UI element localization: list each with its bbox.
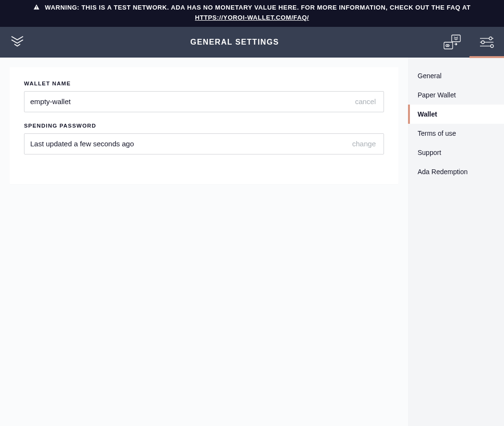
sidebar-item-label: Wallet	[418, 110, 437, 118]
sidebar-item-general[interactable]: General	[408, 66, 504, 85]
sidebar-item-wallet[interactable]: Wallet	[408, 105, 504, 124]
wallet-name-input-wrap: cancel	[24, 91, 384, 112]
wallets-nav-button[interactable]	[435, 27, 469, 58]
logo-icon	[10, 34, 24, 50]
sidebar-item-label: General	[418, 72, 442, 80]
spending-password-label: SPENDING PASSWORD	[24, 123, 384, 129]
sidebar-item-ada-redemption[interactable]: Ada Redemption	[408, 162, 504, 181]
sidebar: General Paper Wallet Wallet Terms of use…	[408, 58, 504, 426]
warning-banner: WARNING: THIS IS A TEST NETWORK. ADA HAS…	[0, 0, 504, 27]
spending-password-field: SPENDING PASSWORD Last updated a few sec…	[24, 123, 384, 154]
spending-password-status: Last updated a few seconds ago	[30, 140, 352, 148]
page-title: GENERAL SETTINGS	[191, 38, 279, 47]
warning-link[interactable]: HTTPS://YOROI-WALLET.COM/FAQ/	[195, 14, 309, 21]
navbar-right	[435, 27, 504, 58]
warning-icon	[33, 4, 40, 11]
sidebar-item-label: Ada Redemption	[418, 168, 468, 176]
settings-card: WALLET NAME cancel SPENDING PASSWORD Las…	[10, 67, 398, 184]
wallets-icon	[441, 34, 463, 51]
wallet-name-label: WALLET NAME	[24, 81, 384, 86]
svg-rect-3	[444, 42, 453, 49]
sliders-icon	[479, 36, 494, 48]
wallet-name-input[interactable]	[30, 97, 355, 106]
svg-point-10	[491, 45, 493, 47]
svg-rect-1	[36, 8, 37, 9]
svg-point-8	[481, 41, 484, 44]
svg-point-4	[446, 45, 448, 47]
wallet-name-cancel-button[interactable]: cancel	[355, 97, 376, 106]
spending-password-row: Last updated a few seconds ago change	[24, 133, 384, 154]
logo-button[interactable]	[0, 27, 35, 58]
navbar-center: GENERAL SETTINGS	[35, 27, 435, 58]
sidebar-item-support[interactable]: Support	[408, 143, 504, 162]
sidebar-item-label: Paper Wallet	[418, 91, 456, 99]
main-panel: WALLET NAME cancel SPENDING PASSWORD Las…	[0, 58, 408, 426]
sidebar-item-label: Support	[418, 149, 441, 156]
warning-text: WARNING: THIS IS A TEST NETWORK. ADA HAS…	[45, 4, 471, 11]
sidebar-item-terms-of-use[interactable]: Terms of use	[408, 124, 504, 143]
sidebar-item-label: Terms of use	[418, 130, 456, 137]
svg-point-6	[489, 37, 492, 40]
sidebar-item-paper-wallet[interactable]: Paper Wallet	[408, 85, 504, 105]
svg-rect-0	[36, 6, 37, 8]
settings-nav-button[interactable]	[469, 27, 504, 58]
spending-password-change-button[interactable]: change	[352, 140, 376, 148]
wallet-name-field: WALLET NAME cancel	[24, 81, 384, 112]
content-area: WALLET NAME cancel SPENDING PASSWORD Las…	[0, 58, 504, 426]
navbar: GENERAL SETTINGS	[0, 27, 504, 58]
